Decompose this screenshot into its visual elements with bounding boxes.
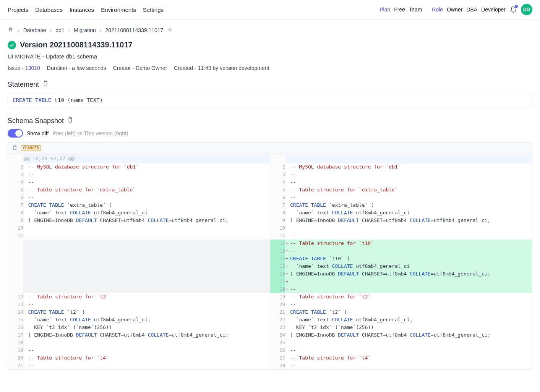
- nav-projects[interactable]: Projects: [8, 6, 28, 13]
- role-developer[interactable]: Developer: [481, 6, 506, 13]
- creator-value: Demo Owner: [136, 65, 167, 71]
- show-diff-toggle[interactable]: [8, 129, 23, 138]
- nav-databases[interactable]: Databases: [35, 6, 63, 13]
- statement-box: CREATE TABLE t10 (name TEXT): [8, 93, 532, 107]
- notification-dot: [515, 5, 518, 8]
- chevron-right-icon: ›: [50, 27, 52, 33]
- top-nav: Projects Databases Instances Environment…: [8, 6, 164, 13]
- meta-row: Issue - 13010 Duration - a few seconds C…: [8, 65, 532, 71]
- nav-settings[interactable]: Settings: [143, 6, 164, 13]
- breadcrumb: › Database › db1 › Migration › 202110081…: [8, 26, 532, 34]
- duration-value: a few seconds: [72, 65, 106, 71]
- toggle-hint: Prev (left) vs This version (right): [52, 130, 128, 136]
- issue-link[interactable]: 13010: [25, 65, 40, 71]
- home-icon[interactable]: [8, 26, 14, 34]
- nav-instances[interactable]: Instances: [70, 6, 94, 13]
- crumb-db1[interactable]: db1: [55, 27, 64, 33]
- statement-heading: Statement: [8, 80, 532, 89]
- crumb-version[interactable]: 20211008114339.11017: [105, 27, 164, 33]
- chevron-right-icon: ›: [68, 27, 70, 33]
- chevron-right-icon: ›: [100, 27, 102, 33]
- sql-keyword: CREATE TABLE: [13, 97, 51, 103]
- duration-label: Duration -: [47, 65, 70, 71]
- nav-environments[interactable]: Environments: [101, 6, 136, 13]
- page-subtitle: UI MIGRATE - Update db1 schema: [8, 53, 532, 60]
- creator-label: Creator -: [113, 65, 134, 71]
- role-owner[interactable]: Owner: [447, 6, 462, 13]
- star-icon[interactable]: [167, 26, 173, 34]
- crumb-database[interactable]: Database: [23, 27, 46, 33]
- top-right: Plan Free Team Role Owner DBA Developer …: [379, 4, 532, 15]
- title-row: Version 20211008114339.11017: [8, 40, 532, 49]
- toggle-label: Show diff: [27, 130, 49, 136]
- chevron-right-icon: ›: [18, 27, 19, 33]
- role-label: Role: [432, 6, 443, 13]
- role-dba[interactable]: DBA: [466, 6, 477, 13]
- bell-icon[interactable]: [509, 6, 517, 13]
- sql-rest: t10 (name TEXT): [51, 97, 103, 103]
- crumb-migration[interactable]: Migration: [74, 27, 96, 33]
- snapshot-heading: Schema Snapshot: [8, 117, 532, 125]
- clipboard-icon[interactable]: [42, 80, 49, 89]
- changed-badge: CHANGED: [21, 145, 41, 151]
- diff-view: CHANGED @@ -2,20 +2,27 @@2 -- MySQL data…: [8, 142, 532, 370]
- page-title: Version 20211008114339.11017: [20, 40, 133, 49]
- file-icon: [12, 145, 17, 151]
- plan-team[interactable]: Team: [409, 6, 422, 13]
- diff-table: @@ -2,20 +2,27 @@2 -- MySQL database str…: [8, 154, 532, 369]
- diff-header: CHANGED: [8, 143, 532, 154]
- issue-label: Issue -: [8, 65, 24, 71]
- plan-value: Free: [394, 6, 405, 13]
- avatar[interactable]: DO: [521, 4, 532, 15]
- created-label: Created -: [174, 65, 196, 71]
- clipboard-icon[interactable]: [67, 117, 74, 125]
- plan-label: Plan: [379, 6, 390, 13]
- check-circle-icon: [8, 41, 16, 49]
- diff-toggle-row: Show diff Prev (left) vs This version (r…: [8, 129, 532, 138]
- created-value: 11:43 by version development: [198, 65, 269, 71]
- topbar: Projects Databases Instances Environment…: [0, 0, 540, 19]
